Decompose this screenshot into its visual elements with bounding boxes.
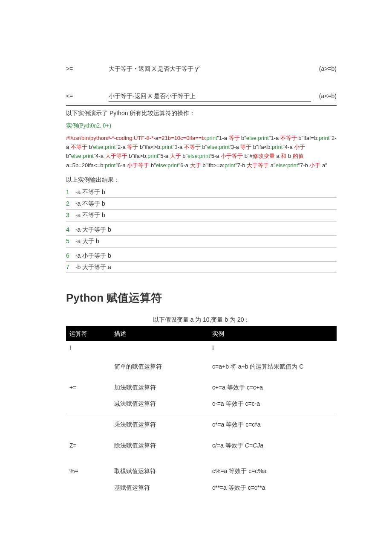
- cell-example: c**=a 等效于 c=c**a: [209, 481, 337, 494]
- code-token: b": [201, 144, 207, 150]
- result-list: 1 -a 不等于 b2 -a 不等于 b3 -a 不等于 b4 -a 大于等于 …: [66, 186, 337, 273]
- op-desc: 小于等于-返回 X 是否小于等于上: [109, 91, 311, 101]
- table-row: 基赋值运算符c**=a 等效于 c=c**a: [66, 481, 337, 494]
- code-token: b"ifa>b:: [127, 153, 148, 159]
- code-token: 小于等于: [127, 162, 149, 169]
- assignment-operators-table: 运算符 描述 实例 II简单的赋值运算符c=a+b 将 a+b 的运算结果赋值为…: [66, 326, 337, 494]
- cell-empty: [111, 341, 209, 354]
- comparison-operators-fragment: >= 大于等于・返回 X 是否大于等于 y° (a>=b) <= 小于等于-返回…: [66, 60, 337, 106]
- code-token: "3-a: [173, 144, 184, 150]
- cell-desc: 取模赋值运算符: [111, 465, 209, 477]
- example-prefix: c/=a 等效于: [212, 442, 245, 449]
- code-token: "1-a: [217, 135, 228, 141]
- cell-desc: 乘法赋值运算符: [111, 418, 209, 431]
- cell-bar: I: [209, 341, 337, 354]
- code-token: b": [66, 153, 71, 159]
- header-operator: 运算符: [66, 326, 111, 341]
- example-intro: 以下实例演示了 Python 所有比较运算符的操作：: [66, 108, 337, 118]
- cell-example: c%=a 等效于 c=c%a: [209, 465, 337, 477]
- table-spacer: [66, 373, 337, 381]
- code-token: b"ifb>=a:: [201, 162, 225, 169]
- code-token: b"ifa<b:: [251, 144, 272, 150]
- cell-op: %=: [66, 465, 111, 477]
- cell-desc: 除法赋值运算符: [111, 439, 209, 452]
- cell-example: c=a+b 将 a+b 的运算结果赋值为 C: [209, 360, 337, 373]
- code-token: "7-b: [298, 162, 309, 169]
- result-number: 5: [66, 236, 74, 246]
- code-token: 修改变量: [253, 153, 275, 159]
- result-item: 4 -a 大于等于 b: [66, 224, 337, 235]
- comparison-row-le: <= 小于等于-返回 X 是否小于等于上 (a<=b): [66, 87, 337, 105]
- code-token: =21b=10c=0ifa==b:: [159, 135, 206, 141]
- code-token: 大于: [170, 153, 181, 159]
- code-token: print: [225, 162, 235, 169]
- code-token: 大于: [190, 162, 201, 169]
- result-text: -a 大于 b: [74, 238, 99, 244]
- result-intro: 以上实例输出结果：: [66, 175, 337, 184]
- example-italic: C=CJa: [245, 442, 263, 449]
- result-item: 6 -a 小于等于 b: [66, 250, 337, 262]
- code-token: "2-a: [115, 144, 127, 150]
- table-spacer: [66, 431, 337, 439]
- result-number: 1: [66, 187, 74, 197]
- code-token: b": [240, 135, 246, 141]
- result-item: 3 -a 不等于 b: [66, 209, 337, 221]
- cell-example: c*=a 等效于 c=c*a: [209, 418, 337, 431]
- code-token: else:: [187, 153, 199, 159]
- cell-bar: I: [66, 341, 111, 354]
- code-token: print: [167, 162, 178, 169]
- result-text: -a 大于等于 b: [74, 226, 111, 233]
- cell-op: Z=: [66, 439, 111, 452]
- cell-op: [66, 360, 111, 373]
- op-symbol: >=: [66, 64, 109, 73]
- header-description: 描述: [111, 326, 209, 341]
- result-number: 2: [66, 199, 74, 208]
- code-token: "5-a: [159, 153, 170, 159]
- cell-desc: 基赋值运算符: [111, 481, 209, 494]
- cell-op: [66, 481, 111, 494]
- code-token: print: [319, 135, 329, 141]
- code-token: 大于等于: [247, 162, 269, 169]
- table-row: 简单的赋值运算符c=a+b 将 a+b 的运算结果赋值为 C: [66, 360, 337, 373]
- table-row: 减法赋值运算符c-=a 等效于 c=c-a: [66, 397, 337, 410]
- code-token: print: [272, 144, 282, 150]
- result-number: 7: [66, 262, 74, 272]
- code-token: print: [162, 144, 173, 150]
- table-spacer: [66, 452, 337, 465]
- code-token: 不等于: [184, 144, 201, 150]
- code-token: b"ifa<>b:: [138, 144, 161, 150]
- code-token: 不等于: [71, 144, 87, 150]
- code-token: "4-a: [94, 153, 105, 159]
- code-token: 的值: [293, 153, 304, 159]
- table-spacer: [66, 478, 337, 481]
- code-token: 等于: [127, 144, 138, 150]
- code-token: else:: [207, 144, 219, 150]
- code-token: 小于等于: [221, 153, 243, 159]
- code-token: "7-b: [235, 162, 247, 169]
- code-token: print: [199, 153, 210, 159]
- code-token: "6-a: [179, 162, 190, 169]
- code-token: print: [105, 162, 115, 169]
- result-item: 7 -b 大于等于 a: [66, 262, 337, 273]
- op-desc: 大于等于・返回 X 是否大于等于 y°: [109, 64, 311, 73]
- code-token: b"ifa!=b:: [297, 135, 319, 141]
- code-token: b": [181, 153, 187, 159]
- cell-example: c+=a 等效于 c=c+a: [209, 381, 337, 394]
- example-title: 实例(Pyth0n2. 0+): [66, 121, 337, 131]
- code-token: a: [156, 135, 159, 141]
- table-spacer: [66, 354, 337, 360]
- code-token: else:: [93, 144, 105, 150]
- code-token: b: [87, 144, 92, 150]
- table-row: +=加法赋值运算符c+=a 等效于 c=c+a: [66, 381, 337, 394]
- result-text: -b 大于等于 a: [74, 264, 111, 270]
- code-token: 小于: [294, 144, 305, 150]
- code-token: print: [147, 153, 158, 159]
- result-text: -a 小于等于 b: [74, 252, 111, 259]
- code-token: 3-a: [231, 144, 240, 150]
- code-token: else:: [276, 162, 287, 169]
- result-number: 4: [66, 225, 74, 234]
- code-token: b"#: [243, 153, 253, 159]
- code-token: 不等于: [280, 135, 297, 141]
- result-item: 5 -a 大于 b: [66, 235, 337, 247]
- result-text: -a 不等于 b: [74, 189, 105, 195]
